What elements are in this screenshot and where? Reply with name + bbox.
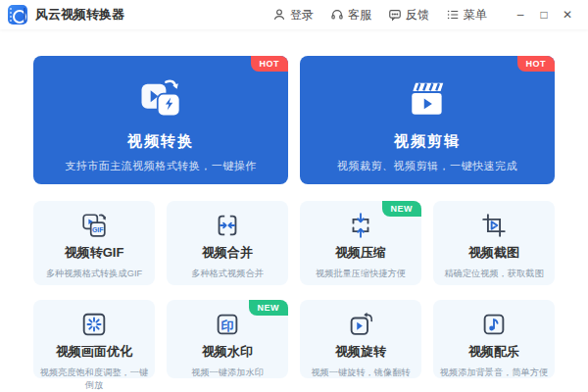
- hero-title: 视频剪辑: [394, 132, 461, 151]
- feature-title: 视频转GIF: [33, 244, 155, 262]
- gif-icon-label: GIF: [92, 226, 104, 233]
- video-convert-icon: [135, 72, 186, 126]
- hero-card-video-clip[interactable]: HOT 视频剪辑 视频裁剪、视频剪辑，一键快速完成: [300, 56, 555, 184]
- feature-subtitle: 精确定位视频，获取截图: [438, 268, 550, 280]
- feature-title: 视频截图: [433, 244, 555, 262]
- hero-card-video-convert[interactable]: HOT 视频转换 支持市面主流视频格式转换，一键操作: [33, 56, 288, 184]
- hero-subtitle: 支持市面主流视频格式转换，一键操作: [65, 159, 257, 173]
- feedback-button[interactable]: 反馈: [388, 7, 429, 24]
- window-controls: – □ ✕: [510, 4, 578, 25]
- feature-title: 视频水印: [167, 343, 288, 361]
- feature-subtitle: 视频一键添加水印: [172, 367, 283, 379]
- main-content: HOT 视频转换 支持市面主流视频格式转换，一键操作 HOT: [0, 29, 588, 378]
- customer-service-button[interactable]: 客服: [330, 7, 371, 24]
- new-badge: NEW: [249, 300, 289, 316]
- feature-title: 视频画面优化: [33, 343, 155, 361]
- feature-card-video-music[interactable]: 视频配乐 视频添加背景音，简单方便: [433, 300, 555, 378]
- feature-title: 视频压缩: [300, 244, 421, 262]
- app-title: 风云视频转换器: [35, 6, 124, 24]
- maximize-button[interactable]: □: [533, 4, 555, 25]
- login-button[interactable]: 登录: [272, 7, 314, 24]
- feature-card-video-to-gif[interactable]: GIF 视频转GIF 多种视频格式转换成GIF: [33, 201, 155, 285]
- video-enhance-icon: [33, 309, 155, 339]
- video-screenshot-icon: [433, 210, 555, 240]
- feature-title: 视频合并: [167, 244, 288, 262]
- customer-service-label: 客服: [348, 7, 371, 24]
- feature-title: 视频配乐: [433, 343, 555, 361]
- feature-grid: GIF 视频转GIF 多种视频格式转换成GIF 视频合并 多种格式视频合并 NE…: [33, 201, 555, 378]
- feature-subtitle: 视频一键旋转，镜像翻转: [305, 367, 416, 379]
- feature-subtitle: 视频添加背景音，简单方便: [438, 367, 550, 379]
- feature-subtitle: 多种格式视频合并: [172, 268, 283, 280]
- new-badge: NEW: [382, 201, 422, 217]
- hero-title: 视频转换: [127, 132, 194, 151]
- feature-subtitle: 视频亮度饱和度调整，一键倒放: [38, 367, 150, 392]
- feature-card-video-merge[interactable]: 视频合并 多种格式视频合并: [167, 201, 288, 285]
- hero-subtitle: 视频裁剪、视频剪辑，一键快速完成: [337, 159, 517, 173]
- feedback-icon: [388, 8, 402, 22]
- menu-button[interactable]: 菜单: [446, 7, 487, 24]
- hot-badge: HOT: [251, 56, 289, 72]
- menu-icon: [446, 8, 460, 22]
- titlebar: 风云视频转换器 登录 客服: [0, 0, 588, 29]
- feature-subtitle: 视频批量压缩快捷方便: [305, 268, 416, 280]
- titlebar-actions: 登录 客服 反馈: [272, 4, 578, 25]
- feature-card-video-compress[interactable]: NEW 视频压缩 视频批量压缩快捷方便: [300, 201, 421, 285]
- feature-card-video-watermark[interactable]: NEW 印 视频水印 视频一键添加水印: [167, 300, 288, 378]
- close-button[interactable]: ✕: [557, 4, 578, 25]
- video-rotate-icon: [300, 309, 421, 339]
- feedback-label: 反馈: [406, 7, 429, 24]
- hot-badge: HOT: [517, 56, 556, 72]
- feature-title: 视频旋转: [300, 343, 421, 361]
- video-music-icon: [433, 309, 555, 339]
- app-logo-icon: [8, 5, 27, 24]
- headset-icon: [330, 8, 344, 22]
- user-icon: [272, 8, 286, 22]
- watermark-icon-char: 印: [220, 318, 233, 332]
- feature-card-video-screenshot[interactable]: 视频截图 精确定位视频，获取截图: [433, 201, 555, 285]
- feature-card-video-enhance[interactable]: 视频画面优化 视频亮度饱和度调整，一键倒放: [33, 300, 155, 378]
- video-clip-icon: [402, 72, 453, 126]
- menu-label: 菜单: [464, 7, 487, 24]
- login-label: 登录: [290, 7, 314, 24]
- feature-card-video-rotate[interactable]: 视频旋转 视频一键旋转，镜像翻转: [300, 300, 421, 378]
- feature-subtitle: 多种视频格式转换成GIF: [38, 268, 150, 280]
- video-to-gif-icon: GIF: [33, 210, 155, 240]
- minimize-button[interactable]: –: [510, 4, 531, 25]
- video-merge-icon: [167, 210, 288, 240]
- hero-row: HOT 视频转换 支持市面主流视频格式转换，一键操作 HOT: [33, 56, 555, 184]
